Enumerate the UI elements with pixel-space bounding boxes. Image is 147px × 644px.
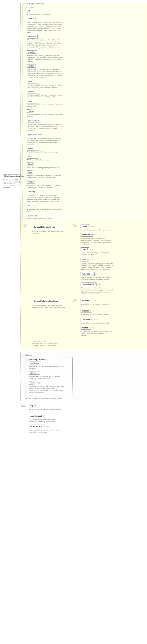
extension-label: Flex1PropType (extension) [22,3,44,5]
attr-pubconstrainturi[interactable]: pubconstrainturi [27,133,43,136]
attr-derivedfrom-desc: A reference to the concept from which th… [29,386,66,393]
bottom-sequence: … bagA group of existing concepts which … [21,403,145,434]
occ: 0..∞ [46,426,49,428]
occ: 0..∞ [90,248,93,250]
attr-uri[interactable]: uri [27,155,32,158]
seq-icon: … [72,299,76,302]
elem-definition[interactable]: definition [81,233,93,236]
sequence-connector-icon: … [23,224,27,228]
occ: 0..∞ [92,327,95,329]
attr-typeuri[interactable]: typeuri [27,180,35,184]
attr-creator[interactable]: creator [27,17,36,20]
occ: 0..∞ [94,234,97,236]
grp-title: quantifyAttributes [30,359,46,361]
occ: 0..∞ [94,319,97,320]
attr-confidence[interactable]: confidence [29,362,41,365]
attr-typeuri-desc: The type of the concept assigned as cont… [27,184,64,188]
attr-custom[interactable]: custom [27,64,36,68]
occ: 0..∞ [95,273,99,275]
attr-ifother-sub: Flex1ConceptPropType/@##other [27,217,64,219]
occ: 0..∞ [91,226,94,228]
elem-bag-desc: A group of existing concepts which expre… [29,408,61,412]
attr-pubconstrainturi-desc: One or many constraints that apply to pu… [27,137,64,145]
elem-hierarchyinfo[interactable]: hierarchyInfo [81,282,97,286]
elem-bag[interactable]: bag [29,404,36,408]
occ: 0..∞ [93,300,96,302]
attr-relevance[interactable]: relevance [29,371,40,374]
elem-sameas[interactable]: sameAs [81,299,92,302]
seq-icon: … [21,404,25,406]
elem-facet[interactable]: facet [81,258,89,262]
seq-icon: … [72,224,76,228]
attr-creatoruri[interactable]: creatoruri [27,35,38,38]
attr-literal-desc: A free-text value assigned as property v… [27,167,64,169]
attr-creatoruri-desc: If the attribute is empty, specifies whi… [27,39,64,49]
elem-narrower-desc: An identifier of a more specific concept… [81,322,113,324]
attributes-box: ▭ attributes idThe local identifier of t… [22,5,145,222]
occ: 0..∞ [93,310,96,312]
attr-dir-desc: The directionality of textual content (e… [27,208,64,212]
elem-name-desc: A natural language name for the concept. [81,229,113,231]
elem-note-desc: Additional natural language information … [81,252,113,256]
elem-narrower[interactable]: narrower [81,318,93,321]
any-other-element[interactable]: any ##other [32,340,43,342]
attr-type[interactable]: type [27,170,33,174]
minus-icon: ▭ [24,6,26,8]
attr-modified-desc: The date (and, optionally, the time) whe… [27,55,64,62]
attr-derivedfrom[interactable]: derivedfrom [29,381,42,384]
elem-note[interactable]: note [81,248,89,251]
attr-literal[interactable]: literal [27,162,34,166]
attr-whyuri[interactable]: whyuri [27,110,35,113]
root-type-desc: Flexible generic PCL-type for both contr… [3,179,21,189]
attr-how[interactable]: how [27,80,33,83]
root-type-box[interactable]: Flex1ConceptPropType [3,174,21,178]
elem-facetconcept-desc: A concept which is faceting another conc… [29,429,61,433]
group-concept-relationships-desc: A group of properties required to indica… [32,305,67,309]
attr-id-desc: The local identifier of the property. [27,14,64,16]
group-concept-definition-desc: A group of properties required to define… [32,231,67,234]
attr-qcode[interactable]: qcode [27,147,35,150]
attr-uri-desc: A URI which identifies a concept. [27,159,64,161]
attr-custom-desc: If set to true the corresponding propert… [27,68,64,78]
quantify-attributes-section: ▭ attributes grp quantifyAttributes ⊟ co… [21,352,147,401]
attr-pubconstraint[interactable]: pubconstraint [27,119,41,122]
elem-broader[interactable]: broader [81,309,92,313]
attr-type-desc: The type of the concept assigned as cont… [27,175,64,178]
elem-remoteinfo-desc: A link to an item or a web resource whic… [81,276,113,280]
group-concept-definition[interactable]: ConceptDefinitionGroup [32,225,63,229]
attr-whyuri-desc: Why the metadata has been included - exp… [27,114,64,118]
attr-howuri[interactable]: howuri [27,90,35,93]
occ: 0..∞ [44,340,47,342]
attributes-header-2: ▭ attributes [22,354,145,356]
elem-hierarchyinfo-desc: Represents the position of a concept in … [81,287,113,295]
group-concept-relationships[interactable]: ConceptRelationshipsGroup [32,299,63,303]
attr-xmllang[interactable]: xml:lang [27,190,37,193]
attr-why-desc: Why the metadata has been included - exp… [27,104,64,108]
elem-mainconcept-desc: The concept which is faceted by other co… [29,419,61,422]
diagram-root: Flex1ConceptPropType Flexible generic PC… [0,0,147,436]
attr-confidence-desc: The confidence with which the metadata h… [29,366,66,370]
elem-related[interactable]: related [81,326,91,330]
elem-facetconcept[interactable]: facetConcept [29,424,45,428]
attr-relevance-desc: The relevance of the metadata to the new… [29,376,66,380]
grp-tag: grp [27,359,30,361]
attr-creator-desc: If the property value is not defined, sp… [27,22,64,33]
attr-why[interactable]: why [27,100,33,103]
elem-remoteinfo[interactable]: remoteInfo [81,272,95,276]
elem-facet-desc: In NAR 1.8 and later, facet is deprecate… [81,262,113,270]
attr-howuri-desc: Indicates by which means the value was e… [27,94,64,98]
attr-modified[interactable]: modified [27,50,37,54]
attr-dir[interactable]: dir [27,204,32,207]
elem-name[interactable]: name [81,224,90,228]
attr-pubconstraint-desc: One or many constraints that apply to pu… [27,124,64,131]
extension-wrapper: Flex1ConceptPropType Flexible generic PC… [21,3,147,349]
group-quantify-attributes[interactable]: grp quantifyAttributes ⊟ confidenceThe c… [26,357,73,396]
attr-id[interactable]: id [27,9,31,12]
occ: 0..∞ [90,259,93,261]
quantify-attributes-desc: A group of attributes quantifying the pr… [26,397,68,399]
elem-definition-desc: A natural language definition of the sem… [81,238,113,245]
elem-mainconcept[interactable]: mainConcept [29,414,45,418]
attr-ifother[interactable]: any ##other [27,214,38,217]
expand-icon[interactable]: ⊟ [47,359,48,361]
content-sequence: … ConceptDefinitionGroup A group of prop… [22,224,145,348]
